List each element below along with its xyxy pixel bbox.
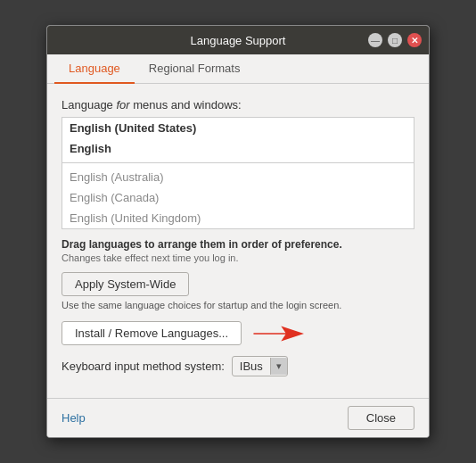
language-item-english-us[interactable]: English (United States) [62,118,414,138]
tab-bar: Language Regional Formats [47,54,429,84]
footer: Help Close [47,398,429,437]
keyboard-label: Keyboard input method system: [62,360,225,373]
window-controls: — □ ✕ [368,33,422,47]
arrow-indicator [250,323,304,344]
titlebar: Language Support — □ ✕ [47,26,429,54]
language-item-english-uk[interactable]: English (United Kingdom) [62,208,414,228]
maximize-button[interactable]: □ [388,33,402,47]
language-item-english[interactable]: English [62,138,414,159]
install-row: Install / Remove Languages... [62,321,414,345]
keyboard-method-value: IBus [233,357,270,376]
language-list: English (United States) English English … [62,117,414,229]
language-section-label: Language for menus and windows: [62,98,414,112]
language-item-english-ca[interactable]: English (Canada) [62,187,414,208]
drag-hint: Drag languages to arrange them in order … [62,238,414,251]
help-link[interactable]: Help [62,411,86,425]
close-button[interactable]: Close [348,406,414,430]
main-content: Language for menus and windows: English … [47,84,429,398]
keyboard-method-select[interactable]: IBus ▾ [232,356,288,376]
drag-subhint: Changes take effect next time you log in… [62,252,414,263]
tab-regional-formats[interactable]: Regional Formats [135,54,255,84]
tab-language[interactable]: Language [54,54,135,84]
apply-system-wide-button[interactable]: Apply System-Wide [62,272,189,296]
close-window-button[interactable]: ✕ [407,33,422,47]
install-remove-languages-button[interactable]: Install / Remove Languages... [62,321,242,345]
arrow-icon [250,323,304,344]
svg-marker-0 [253,326,304,341]
language-list-divider [62,162,414,163]
keyboard-input-row: Keyboard input method system: IBus ▾ [62,356,414,376]
language-support-window: Language Support — □ ✕ Language Regional… [46,25,430,438]
language-item-english-au[interactable]: English (Australia) [62,167,414,187]
apply-hint: Use the same language choices for startu… [62,300,414,310]
keyboard-dropdown-arrow[interactable]: ▾ [270,358,287,375]
label-italic: for [116,98,129,112]
minimize-button[interactable]: — [368,33,382,47]
apply-row: Apply System-Wide [62,272,414,296]
window-title: Language Support [108,34,368,47]
